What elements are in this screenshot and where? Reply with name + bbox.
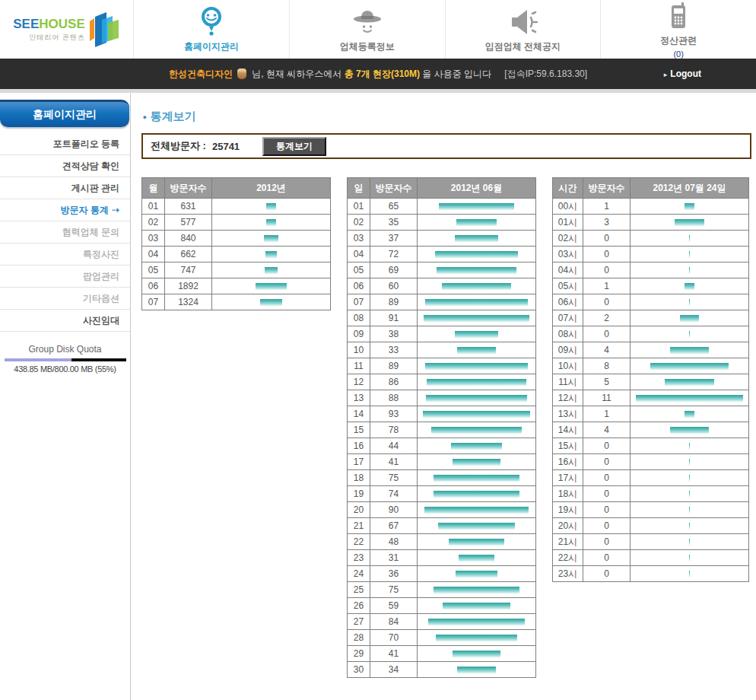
sidebar-item-7[interactable]: 기타옵션 <box>0 288 130 310</box>
row-label: 18 <box>348 470 370 486</box>
column-header: 월 <box>142 178 165 199</box>
row-label: 16시 <box>553 454 583 470</box>
row-bar-cell <box>418 550 536 566</box>
table-row: 1033 <box>348 342 536 358</box>
row-visitor-count: 0 <box>583 454 631 470</box>
visitor-bar <box>442 283 511 290</box>
quota-title: Group Disk Quota <box>0 344 130 355</box>
table-row: 04662 <box>142 247 331 262</box>
row-bar-cell <box>418 310 536 326</box>
sidebar-item-3[interactable]: 방문자 통계⇢ <box>0 199 130 221</box>
row-visitor-count: 1892 <box>165 278 212 294</box>
row-visitor-count: 662 <box>165 247 212 262</box>
main-content: •통계보기 전체방문자 : 25741 통계보기 월방문자수2012년 0163… <box>131 93 756 700</box>
status-text-1: 님, 현재 씨하우스에서 <box>252 68 341 79</box>
seehouse-logo[interactable]: SEEHOUSE 인테리어 콘텐츠 <box>0 0 133 59</box>
table-row: 16시0 <box>553 454 749 470</box>
row-label: 06 <box>348 278 370 294</box>
table-row: 1493 <box>348 406 536 422</box>
row-bar-cell <box>631 550 749 566</box>
row-label: 26 <box>348 598 370 614</box>
visitor-bar <box>689 571 690 578</box>
row-bar-cell <box>418 262 536 278</box>
sidebar-item-0[interactable]: 포트폴리오 등록 <box>0 133 130 155</box>
row-visitor-count: 0 <box>583 247 631 262</box>
row-visitor-count: 5 <box>583 374 631 390</box>
visitor-bar <box>453 459 500 466</box>
user-status-bar: 한성건축디자인 님, 현재 씨하우스에서 총 7개 현장(310M) 을 사용중… <box>0 59 756 89</box>
row-bar-cell <box>418 294 536 310</box>
row-visitor-count: 65 <box>370 199 418 215</box>
row-bar-cell <box>418 534 536 550</box>
table-row: 11시5 <box>553 374 749 390</box>
nav-all-stores-notice[interactable]: 입점업체 전체공지 <box>445 0 601 59</box>
row-label: 12시 <box>553 390 583 406</box>
daily-visitors-table: 일방문자수2012년 06월 0165023503370472056906600… <box>347 177 536 678</box>
logo-see: SEE <box>13 17 39 31</box>
sidebar-item-2[interactable]: 게시판 관리 <box>0 177 130 199</box>
row-visitor-count: 72 <box>370 247 418 262</box>
nav-label: 업체등록정보 <box>340 40 395 53</box>
view-statistics-button[interactable]: 통계보기 <box>262 137 326 156</box>
column-header: 방문자수 <box>370 178 418 199</box>
nav-settlement-count[interactable]: (0) <box>673 49 683 59</box>
sidebar-item-6[interactable]: 팝업관리 <box>0 266 130 288</box>
row-visitor-count: 74 <box>370 486 418 502</box>
visitor-bar <box>423 411 530 418</box>
visitor-bar <box>689 459 690 466</box>
nav-settlement[interactable]: 정산관련 (0) <box>600 0 756 59</box>
table-row: 02577 <box>142 215 331 231</box>
table-row: 0789 <box>348 294 536 310</box>
column-header: 방문자수 <box>165 178 212 199</box>
table-row: 3034 <box>348 662 536 678</box>
sidebar-header-homepage-management[interactable]: 홈페이지관리 <box>0 100 129 127</box>
row-visitor-count: 84 <box>370 614 418 630</box>
row-visitor-count: 44 <box>370 438 418 454</box>
table-row: 18시0 <box>553 486 749 502</box>
table-row: 061892 <box>142 278 331 294</box>
visitor-bar <box>670 427 709 434</box>
sidebar-item-1[interactable]: 견적상담 확인 <box>0 155 130 177</box>
visitor-bar <box>689 235 690 242</box>
row-visitor-count: 0 <box>583 438 631 454</box>
table-row: 2167 <box>348 518 536 534</box>
row-bar-cell <box>418 646 536 662</box>
row-label: 00시 <box>553 199 583 215</box>
sidebar-item-5[interactable]: 특정사진 <box>0 243 130 266</box>
row-bar-cell <box>418 199 536 215</box>
sidebar: 홈페이지관리 포트폴리오 등록견적상담 확인게시판 관리방문자 통계⇢협력업체 … <box>0 93 131 700</box>
table-row: 17시0 <box>553 470 749 486</box>
visitor-bar <box>636 395 743 402</box>
sidebar-item-4[interactable]: 협력업체 문의 <box>0 221 130 243</box>
row-bar-cell <box>418 438 536 454</box>
row-bar-cell <box>418 582 536 598</box>
visitor-bar <box>439 203 514 210</box>
row-bar-cell <box>418 406 536 422</box>
visitor-bar <box>438 523 516 530</box>
visitor-bar <box>266 203 277 210</box>
row-label: 08 <box>348 310 370 326</box>
sidebar-item-8[interactable]: 사진임대 <box>0 310 130 332</box>
visitor-bar <box>256 283 287 290</box>
row-label: 14 <box>348 406 370 422</box>
top-navigation: 홈페이지관리 업체등록정보 <box>133 0 756 59</box>
sidebar-menu: 포트폴리오 등록견적상담 확인게시판 관리방문자 통계⇢협력업체 문의특정사진팝… <box>0 133 130 332</box>
row-visitor-count: 37 <box>370 231 418 247</box>
row-bar-cell <box>631 215 749 231</box>
visitor-bar <box>457 347 495 354</box>
row-visitor-count: 11 <box>583 390 631 406</box>
row-label: 11시 <box>553 374 583 390</box>
table-row: 09시4 <box>553 342 749 358</box>
logout-button[interactable]: ▸Logout <box>664 59 701 90</box>
row-label: 20 <box>348 502 370 518</box>
row-bar-cell <box>418 518 536 534</box>
nav-company-registration-info[interactable]: 업체등록정보 <box>289 0 445 59</box>
visitor-bar <box>689 491 690 498</box>
table-row: 01631 <box>142 199 331 215</box>
smiley-pin-icon <box>199 6 224 37</box>
quota-bar-track <box>5 358 126 361</box>
nav-label: 홈페이지관리 <box>184 40 239 53</box>
row-label: 07시 <box>553 310 583 326</box>
table-row: 15시0 <box>553 438 749 454</box>
nav-homepage-management[interactable]: 홈페이지관리 <box>133 0 289 59</box>
